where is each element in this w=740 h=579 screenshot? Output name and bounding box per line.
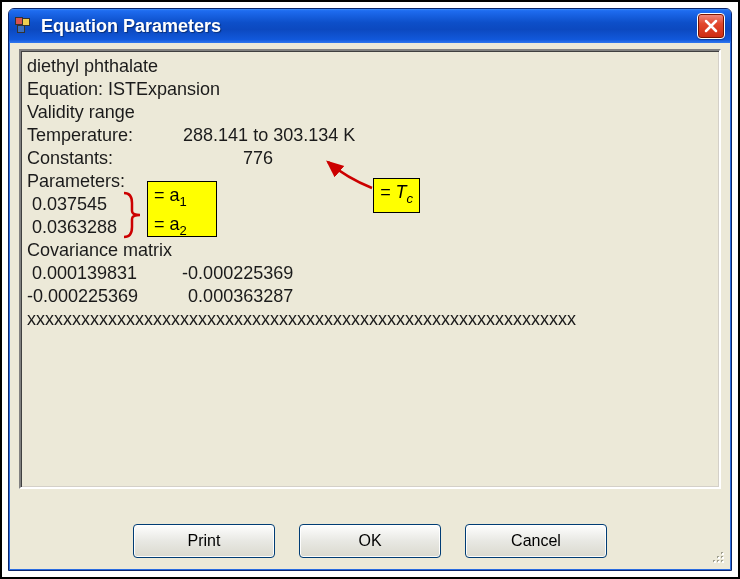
resize-grip-icon (709, 548, 725, 564)
svg-rect-10 (718, 561, 720, 563)
resize-grip[interactable] (709, 548, 725, 564)
app-icon (15, 17, 33, 35)
svg-rect-9 (714, 561, 716, 563)
temperature-line: Temperature: 288.141 to 303.134 K (27, 124, 713, 147)
cancel-button-label: Cancel (511, 532, 561, 550)
annotation-tc-box: = Tc (373, 178, 420, 213)
validity-heading: Validity range (27, 101, 713, 124)
window-title: Equation Parameters (41, 16, 697, 37)
equation-parameters-window: Equation Parameters diethyl phthalate Eq… (8, 8, 732, 571)
print-button-label: Print (188, 532, 221, 550)
svg-rect-11 (722, 561, 724, 563)
separator-line: xxxxxxxxxxxxxxxxxxxxxxxxxxxxxxxxxxxxxxxx… (27, 308, 713, 331)
annotation-a2: = a2 (154, 213, 210, 242)
print-button[interactable]: Print (133, 524, 275, 558)
svg-rect-6 (722, 553, 724, 555)
svg-rect-7 (718, 557, 720, 559)
annotation-a1: = a1 (154, 184, 210, 213)
close-icon (704, 19, 718, 33)
ok-button[interactable]: OK (299, 524, 441, 558)
output-panel: diethyl phthalate Equation: ISTExpansion… (19, 49, 721, 489)
svg-rect-8 (722, 557, 724, 559)
cancel-button[interactable]: Cancel (465, 524, 607, 558)
equation-line: Equation: ISTExpansion (27, 78, 713, 101)
bracket-annotation-icon (122, 189, 146, 241)
ok-button-label: OK (358, 532, 381, 550)
close-button[interactable] (697, 13, 725, 39)
covariance-heading: Covariance matrix (27, 239, 713, 262)
compound-name: diethyl phthalate (27, 55, 713, 78)
button-row: Print OK Cancel (13, 524, 727, 558)
titlebar[interactable]: Equation Parameters (9, 9, 731, 43)
annotation-a1a2-box: = a1 = a2 (147, 181, 217, 237)
covariance-row-1: 0.000139831 -0.000225369 (27, 262, 713, 285)
covariance-row-2: -0.000225369 0.000363287 (27, 285, 713, 308)
client-area: diethyl phthalate Equation: ISTExpansion… (13, 43, 727, 566)
